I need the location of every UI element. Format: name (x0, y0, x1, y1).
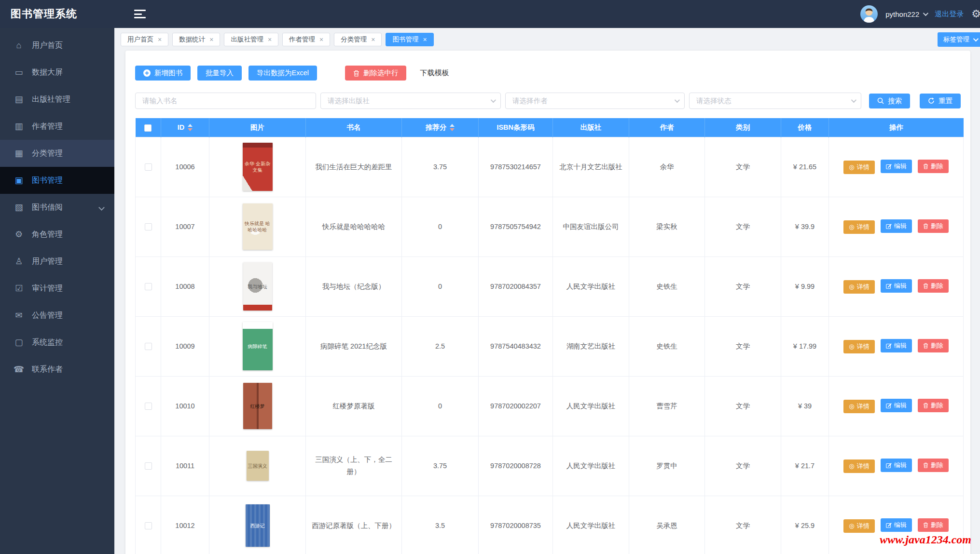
batch-import-button[interactable]: 批量导入 (197, 66, 242, 81)
tab[interactable]: 数据统计 × (172, 33, 220, 46)
edit-button[interactable]: 编辑 (881, 160, 912, 173)
delete-button[interactable]: 删除 (918, 279, 949, 293)
detail-button[interactable]: ◎ 详情 (843, 280, 874, 294)
sidebar-item-label: 角色管理 (32, 230, 106, 240)
settings-gear-icon[interactable]: ⚙ (971, 8, 980, 20)
book-name-input[interactable] (135, 93, 316, 109)
export-excel-button[interactable]: 导出数据为Excel (248, 66, 317, 81)
edit-button[interactable]: 编辑 (881, 518, 912, 532)
edit-button[interactable]: 编辑 (881, 339, 912, 352)
detail-button[interactable]: ◎ 详情 (843, 519, 874, 533)
tag-manager-button[interactable]: 标签管理 (938, 32, 980, 47)
cell-id: 10008 (161, 257, 209, 316)
edit-button[interactable]: 编辑 (881, 279, 912, 293)
cell-id: 10011 (161, 436, 209, 496)
sidebar-item-label: 数据大屏 (32, 68, 106, 78)
detail-button[interactable]: ◎ 详情 (843, 459, 874, 473)
cell-author: 罗贯中 (629, 436, 705, 496)
cell-actions: ◎ 详情 编辑 (829, 376, 964, 436)
book-cover-text: 我与地坛 (247, 283, 268, 291)
cell-id: 10012 (161, 496, 209, 554)
delete-button[interactable]: 删除 (918, 160, 949, 173)
sidebar-item[interactable]: ▢ 系统监控 (0, 329, 114, 356)
add-book-button[interactable]: 新增图书 (135, 66, 191, 81)
column-header-id[interactable]: ID (161, 118, 209, 137)
sidebar-item[interactable]: ♙ 用户管理 (0, 248, 114, 275)
tab[interactable]: 分类管理 × (334, 33, 382, 46)
notice-icon: ✉ (13, 310, 25, 321)
tab[interactable]: 用户首页 × (121, 33, 168, 46)
detail-button[interactable]: ◎ 详情 (843, 340, 874, 353)
delete-button[interactable]: 删除 (918, 399, 949, 412)
status-select[interactable]: 请选择状态 (689, 93, 861, 109)
publisher-select[interactable]: 请选择出版社 (320, 93, 501, 109)
collapse-menu-icon[interactable] (134, 10, 146, 18)
column-header-score[interactable]: 推荐分 (402, 118, 479, 137)
edit-button[interactable]: 编辑 (881, 459, 912, 472)
sidebar-item[interactable]: ☑ 审计管理 (0, 275, 114, 302)
close-icon[interactable]: × (423, 36, 427, 43)
chevron-down-icon (851, 97, 856, 103)
avatar-face-icon (860, 5, 878, 23)
close-icon[interactable]: × (158, 36, 162, 43)
sort-carets-icon[interactable] (450, 124, 455, 131)
sidebar-item[interactable]: ▣ 图书管理 (0, 167, 114, 194)
user-menu[interactable]: python222 (885, 10, 927, 18)
select-all-checkbox[interactable] (144, 124, 152, 132)
close-icon[interactable]: × (209, 36, 213, 43)
detail-button[interactable]: ◎ 详情 (843, 400, 874, 413)
edit-button[interactable]: 编辑 (881, 219, 912, 233)
detail-button[interactable]: ◎ 详情 (843, 220, 874, 234)
cell-title: 病隙碎笔 2021纪念版 (306, 316, 402, 376)
delete-label: 删除 (931, 222, 943, 230)
edit-pencil-icon (886, 522, 892, 528)
sidebar-item[interactable]: ☎ 联系作者 (0, 356, 114, 383)
delete-button[interactable]: 删除 (918, 518, 949, 532)
row-checkbox[interactable] (145, 163, 152, 171)
delete-button[interactable]: 删除 (918, 219, 949, 233)
edit-label: 编辑 (894, 521, 907, 529)
sort-carets-icon[interactable] (188, 124, 193, 131)
row-checkbox[interactable] (145, 223, 152, 230)
delete-button[interactable]: 删除 (918, 339, 949, 352)
row-checkbox[interactable] (145, 403, 152, 410)
row-checkbox[interactable] (145, 283, 152, 290)
delete-selected-button[interactable]: 删除选中行 (345, 66, 407, 81)
row-checkbox[interactable] (145, 522, 152, 529)
chevron-down-icon (98, 204, 105, 211)
tab[interactable]: 图书管理 × (386, 33, 433, 46)
download-template-link[interactable]: 下载模板 (420, 68, 449, 78)
close-icon[interactable]: × (268, 36, 272, 43)
sidebar-item[interactable]: ▭ 数据大屏 (0, 59, 114, 86)
detail-button[interactable]: ◎ 详情 (843, 161, 874, 174)
row-checkbox[interactable] (145, 462, 152, 470)
sidebar-item[interactable]: ⌂ 用户首页 (0, 32, 114, 59)
sidebar-item[interactable]: ⚙ 角色管理 (0, 221, 114, 248)
author-select[interactable]: 请选择作者 (505, 93, 685, 109)
app-header: 图书管理系统 python222 退出登录 ⚙ (0, 0, 980, 28)
cell-score: 0 (402, 257, 479, 316)
cell-author: 史铁生 (629, 316, 705, 376)
edit-label: 编辑 (894, 341, 907, 350)
reset-button[interactable]: 重置 (920, 94, 961, 108)
search-button[interactable]: 搜索 (869, 94, 910, 108)
row-checkbox[interactable] (145, 343, 152, 350)
sidebar-item[interactable]: ▦ 分类管理 (0, 140, 114, 167)
logout-link[interactable]: 退出登录 (935, 10, 964, 19)
sidebar-item[interactable]: ▤ 出版社管理 (0, 86, 114, 113)
sidebar-item[interactable]: ▧ 图书借阅 (0, 194, 114, 221)
sidebar-item[interactable]: ▥ 作者管理 (0, 113, 114, 140)
column-header-price: 价格 (781, 118, 829, 137)
sidebar-item[interactable]: ✉ 公告管理 (0, 302, 114, 329)
delete-button[interactable]: 删除 (918, 459, 949, 472)
cell-title: 西游记原著版（上、下册） (306, 496, 402, 554)
tab[interactable]: 作者管理 × (282, 33, 330, 46)
tab[interactable]: 出版社管理 × (224, 33, 278, 46)
cell-score: 0 (402, 376, 479, 436)
close-icon[interactable]: × (319, 36, 323, 43)
cell-publisher: 中国友谊出版公司 (553, 197, 629, 257)
edit-button[interactable]: 编辑 (881, 399, 912, 412)
close-icon[interactable]: × (371, 36, 375, 43)
table-row: 10009 病隙碎笔 病隙碎笔 2021纪念版 2.5 978754048343… (136, 316, 964, 376)
avatar[interactable] (860, 5, 878, 23)
